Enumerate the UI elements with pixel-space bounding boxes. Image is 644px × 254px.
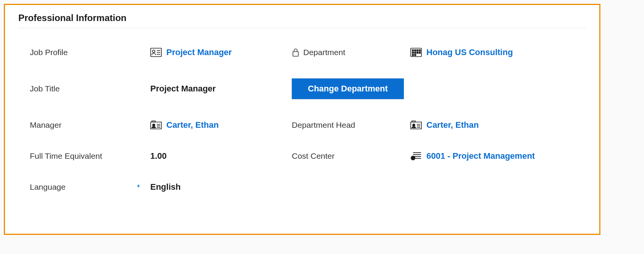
fte-value: 1.00 <box>150 151 292 161</box>
svg-rect-7 <box>412 50 414 51</box>
job-profile-link[interactable]: Project Manager <box>166 47 232 57</box>
person-card-icon <box>150 120 162 130</box>
svg-point-21 <box>413 124 415 126</box>
lock-icon <box>292 48 299 57</box>
fte-label: Full Time Equivalent <box>18 151 150 161</box>
professional-information-panel: Professional Information Job Profile Pro… <box>4 4 600 235</box>
profile-card-icon <box>150 48 162 57</box>
department-head-value: Carter, Ethan <box>410 120 586 130</box>
cost-center-link[interactable]: 6001 - Project Management <box>426 151 535 161</box>
svg-rect-11 <box>415 52 416 54</box>
department-label-group: Department <box>292 48 410 57</box>
person-card-icon <box>410 120 422 130</box>
change-department-button[interactable]: Change Department <box>292 78 404 99</box>
svg-rect-14 <box>419 52 421 54</box>
svg-point-1 <box>153 50 155 52</box>
svg-rect-16 <box>415 54 416 56</box>
job-profile-label: Job Profile <box>18 48 150 57</box>
section-title: Professional Information <box>18 13 586 28</box>
department-head-link[interactable]: Carter, Ethan <box>426 120 479 130</box>
job-profile-value: Project Manager <box>150 47 292 57</box>
svg-rect-15 <box>412 54 414 56</box>
svg-text:$: $ <box>412 156 414 160</box>
svg-rect-10 <box>412 52 414 54</box>
department-head-label: Department Head <box>292 120 410 130</box>
cost-center-icon: $ <box>410 151 422 161</box>
plus-icon: + <box>137 183 140 189</box>
department-link[interactable]: Honag US Consulting <box>426 47 513 57</box>
language-label: Language <box>18 182 150 192</box>
manager-link[interactable]: Carter, Ethan <box>166 120 219 130</box>
department-label: Department <box>303 48 345 57</box>
job-title-label: Job Title <box>18 84 150 93</box>
svg-rect-5 <box>293 52 298 56</box>
job-title-value: Project Manager <box>150 84 292 94</box>
department-value: Honag US Consulting <box>410 47 586 57</box>
svg-rect-8 <box>415 50 416 51</box>
svg-rect-9 <box>417 50 418 51</box>
cost-center-value: $ 6001 - Project Management <box>410 151 586 161</box>
form-grid: Job Profile Project Manager <box>18 47 586 192</box>
manager-label: Manager <box>18 120 150 130</box>
svg-point-17 <box>153 124 155 126</box>
cost-center-label: Cost Center <box>292 151 410 161</box>
building-icon <box>410 48 422 57</box>
svg-rect-13 <box>419 50 421 51</box>
language-value: + English <box>150 182 292 192</box>
change-department-cell: Change Department <box>292 78 410 99</box>
manager-value: Carter, Ethan <box>150 120 292 130</box>
svg-rect-12 <box>417 52 418 54</box>
